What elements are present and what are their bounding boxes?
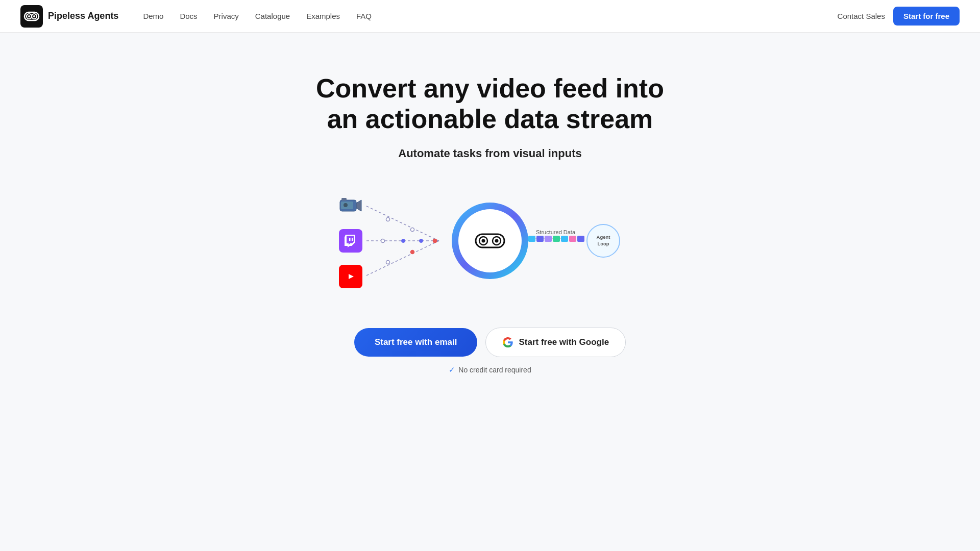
svg-point-10 — [411, 228, 414, 231]
nav-demo[interactable]: Demo — [143, 12, 163, 20]
checkmark-icon: ✓ — [449, 365, 455, 374]
cta-section: Start free with email Start free with Go… — [354, 328, 626, 374]
svg-point-38 — [344, 203, 348, 207]
svg-point-9 — [386, 217, 390, 221]
nav-catalogue[interactable]: Catalogue — [255, 12, 290, 20]
nav-faq[interactable]: FAQ — [356, 12, 372, 20]
svg-rect-39 — [352, 238, 353, 241]
navbar: Pipeless Agents Demo Docs Privacy Catalo… — [0, 0, 980, 33]
nav-links: Demo Docs Privacy Catalogue Examples FAQ — [143, 12, 837, 20]
svg-rect-27 — [536, 236, 544, 242]
google-g-icon — [502, 337, 513, 348]
svg-point-12 — [402, 239, 405, 242]
svg-rect-31 — [569, 236, 576, 242]
svg-rect-32 — [577, 236, 584, 242]
nav-docs[interactable]: Docs — [180, 12, 197, 20]
svg-point-5 — [33, 15, 35, 17]
svg-point-23 — [495, 239, 499, 242]
hero-title: Convert any video feed into an actionabl… — [311, 73, 669, 135]
svg-rect-36 — [341, 198, 347, 201]
svg-point-13 — [420, 239, 423, 242]
agent-loop-label2: Loop — [597, 241, 609, 246]
structured-data-label: Structured Data — [536, 229, 576, 235]
google-button-label: Start free with Google — [519, 337, 609, 347]
brand-name-label: Pipeless Agents — [48, 11, 118, 21]
contact-sales-button[interactable]: Contact Sales — [838, 12, 885, 20]
svg-rect-40 — [349, 238, 351, 241]
svg-rect-28 — [545, 236, 552, 242]
svg-point-18 — [458, 209, 522, 272]
brand-logo-icon — [20, 5, 43, 28]
navbar-actions: Contact Sales Start for free — [838, 7, 960, 26]
hero-section: Convert any video feed into an actionabl… — [0, 33, 980, 405]
svg-line-6 — [366, 206, 439, 241]
svg-rect-30 — [561, 236, 568, 242]
youtube-source-icon — [339, 265, 362, 288]
agent-loop-label: Agent — [597, 234, 611, 240]
svg-point-4 — [28, 15, 30, 17]
brand-link[interactable]: Pipeless Agents — [20, 5, 118, 28]
start-free-email-button[interactable]: Start free with email — [354, 328, 478, 357]
svg-point-15 — [386, 260, 390, 264]
svg-point-16 — [411, 250, 414, 254]
svg-point-14 — [433, 239, 437, 243]
svg-point-22 — [482, 239, 485, 242]
svg-marker-35 — [356, 200, 361, 211]
start-free-google-button[interactable]: Start free with Google — [485, 328, 626, 357]
no-cc-label: No credit card required — [458, 366, 531, 374]
diagram-container: Structured Data Agent Loop — [337, 185, 643, 297]
cta-buttons: Start free with email Start free with Go… — [354, 328, 626, 357]
camera-source-icon — [339, 194, 362, 217]
hero-subtitle: Automate tasks from visual inputs — [398, 147, 581, 160]
svg-rect-29 — [553, 236, 560, 242]
svg-point-11 — [381, 239, 385, 242]
start-for-free-button[interactable]: Start for free — [893, 7, 960, 26]
nav-examples[interactable]: Examples — [306, 12, 340, 20]
twitch-source-icon — [339, 229, 362, 253]
no-credit-card-notice: ✓ No credit card required — [449, 365, 531, 374]
nav-privacy[interactable]: Privacy — [214, 12, 239, 20]
diagram-svg: Structured Data Agent Loop — [337, 185, 643, 297]
svg-line-8 — [366, 241, 439, 276]
svg-rect-26 — [528, 236, 535, 242]
